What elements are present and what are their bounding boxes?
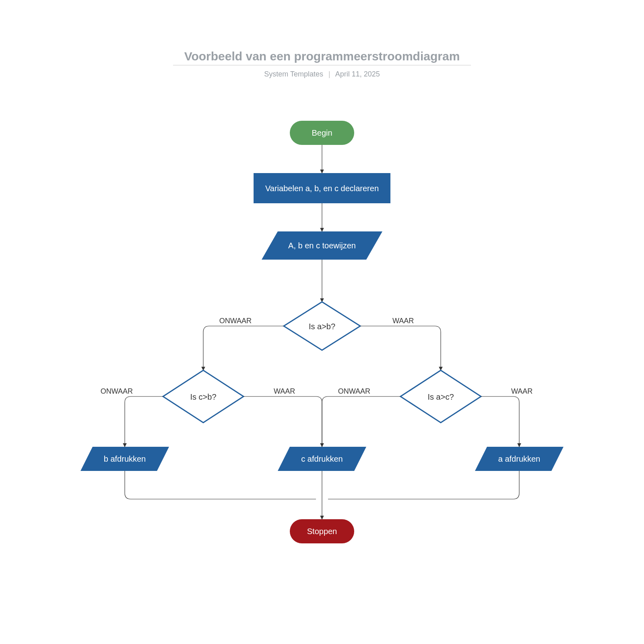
edge-dec3-false [322,396,400,447]
edge-dec2-false [125,396,163,447]
edge-print-a-merge [328,471,519,499]
node-begin-label: Begin [312,128,332,137]
diagram-meta: System Templates | April 11, 2025 [264,70,380,78]
node-decision-a-gt-c-label: Is a>c? [427,392,454,401]
edge-dec2-true-label: WAAR [274,387,295,395]
node-begin[interactable]: Begin [290,121,354,145]
node-declare-label: Variabelen a, b, en c declareren [265,184,379,193]
flowchart-canvas: Voorbeeld van een programmeerstroomdiagr… [0,0,644,644]
node-decision-a-gt-b[interactable]: Is a>b? [284,302,360,350]
edge-dec1-false-label: ONWAAR [219,317,252,325]
author-label: System Templates [264,70,323,78]
edge-dec3-true-label: WAAR [511,387,533,395]
edge-print-b-merge [125,471,316,499]
edge-dec1-true [360,326,441,370]
header: Voorbeeld van een programmeerstroomdiagr… [173,50,471,78]
node-assign[interactable]: A, b en c toewijzen [262,231,382,260]
node-stop[interactable]: Stoppen [290,519,354,543]
date-label: April 11, 2025 [335,70,380,78]
edge-dec3-false-label: ONWAAR [338,387,370,395]
edge-dec1-true-label: WAAR [392,317,414,325]
edge-dec2-true [244,396,322,447]
node-stop-label: Stoppen [307,527,337,536]
node-decision-c-gt-b-label: Is c>b? [190,392,216,401]
edge-dec1-false [203,326,284,370]
edge-dec3-true [481,396,519,447]
node-decision-c-gt-b[interactable]: Is c>b? [163,370,244,423]
node-assign-label: A, b en c toewijzen [288,241,356,250]
node-print-a[interactable]: a afdrukken [475,447,564,471]
node-print-b-label: b afdrukken [104,454,146,463]
node-print-c[interactable]: c afdrukken [278,447,366,471]
diagram-title: Voorbeeld van een programmeerstroomdiagr… [184,50,460,63]
node-print-c-label: c afdrukken [301,454,343,463]
node-decision-a-gt-b-label: Is a>b? [309,322,335,331]
node-print-b[interactable]: b afdrukken [80,447,169,471]
node-decision-a-gt-c[interactable]: Is a>c? [400,370,481,423]
node-print-a-label: a afdrukken [498,454,541,463]
edge-dec2-false-label: ONWAAR [101,387,133,395]
node-declare[interactable]: Variabelen a, b, en c declareren [254,173,390,203]
